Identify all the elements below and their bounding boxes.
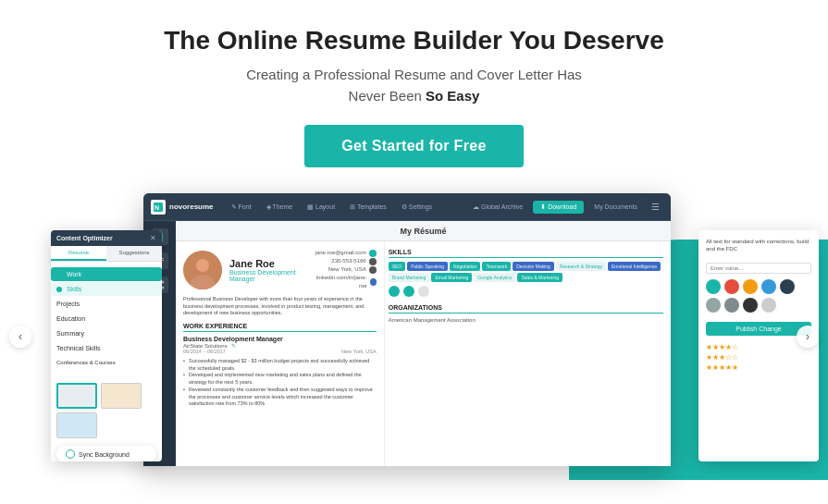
bullet-3: Reviewed constantly the customer feedbac… (183, 387, 377, 408)
swatch-gray[interactable] (706, 298, 721, 313)
resume-summary: Professional Business Developer with mor… (183, 296, 377, 317)
panel-nav-conferences[interactable]: Conferences & Courses (51, 356, 162, 369)
resume-work-title: Business Development Manager (183, 336, 377, 342)
nav-theme[interactable]: ◈ Theme (262, 203, 298, 211)
nav-dot (56, 272, 62, 277)
panel-nav-work[interactable]: Work (51, 267, 162, 281)
right-panel-text: All text for standard with corrections, … (706, 238, 811, 253)
hamburger-icon[interactable]: ☰ (648, 202, 663, 212)
right-panel-field (706, 257, 811, 274)
panel-nav-skills[interactable]: Skills (51, 282, 162, 296)
nav-settings[interactable]: ⚙ Settings (397, 203, 437, 211)
dashboard-content: My Résumé (143, 221, 671, 466)
contact-location: New York, USA (315, 265, 377, 274)
contact-linkedin: linkedin.com/in/jane-roe (315, 274, 377, 290)
skills-section-title: SKILLS (389, 249, 663, 258)
swatch-red[interactable] (724, 279, 739, 294)
swatch-orange[interactable] (743, 279, 758, 294)
content-optimizer-panel: Content Optimizer ✕ Resume Suggestions W… (51, 230, 162, 461)
resume-preview: My Résumé (176, 221, 671, 466)
swatch-teal[interactable] (706, 279, 721, 294)
bg-thumbnails (51, 379, 162, 442)
resume-title-bar: My Résumé (176, 221, 671, 241)
dashboard-window: N novoresume ✎ Font ◈ Theme ▦ Layout ⊞ T… (143, 193, 671, 466)
resume-avatar (183, 251, 222, 289)
location-icon (369, 266, 377, 274)
cta-button[interactable]: Get Started for Free (304, 125, 523, 167)
contact-phone: 230-553-5166 (315, 257, 377, 265)
rating-stars-3: ★★★★★ (706, 363, 811, 372)
hero-subtitle: Creating a Professional Resume and Cover… (19, 65, 809, 106)
resume-contact: jane.roe@gmail.com 230-553-5166 New York… (315, 249, 377, 290)
panel-nav-tech-skills[interactable]: Technical Skills (51, 341, 162, 355)
bg-thumb-2[interactable] (101, 383, 142, 409)
edit-icon[interactable]: ✎ (231, 343, 236, 349)
right-panel-input[interactable] (706, 263, 811, 274)
panel-nav-projects[interactable]: Projects (51, 297, 162, 311)
skill-decision: Decision Making (513, 262, 554, 271)
swatch-lightgray[interactable] (761, 298, 776, 313)
swatch-blue[interactable] (761, 279, 776, 294)
skill-brand: Brand Marketing (389, 273, 430, 282)
swatch-darkgray[interactable] (724, 298, 739, 313)
swatch-dark[interactable] (780, 279, 795, 294)
right-panel-desc: All text for standard with corrections, … (706, 238, 811, 253)
skill-sales: Sales & Marketing (517, 273, 562, 282)
skill-emotional: Emotional Intelligence (608, 262, 661, 271)
skill-seo: SEO (389, 262, 406, 271)
contact-email: jane.roe@gmail.com (315, 249, 377, 257)
skill-research: Research & Strategy (556, 262, 606, 271)
subtitle-line1: Creating a Professional Resume and Cover… (246, 67, 582, 82)
nav-mydocs[interactable]: My Documents (589, 201, 642, 213)
work-section-title: WORK EXPERIENCE (183, 323, 377, 332)
skill-negotiation: Negotiation (450, 262, 480, 271)
skill-email: Email Marketing (431, 273, 472, 282)
panel-title: Content Optimizer (56, 235, 113, 241)
resume-job-title: Business Development Manager (229, 269, 301, 282)
sync-bar[interactable]: Sync Background (56, 446, 156, 461)
nav-archive[interactable]: ☁ Global Archive (468, 203, 527, 211)
skill-public-speaking: Public Speaking (407, 262, 448, 271)
skill-analytics: Google Analytics (474, 273, 515, 282)
nav-layout[interactable]: ▦ Layout (303, 203, 340, 211)
svg-point-14 (196, 259, 209, 272)
swatch-black[interactable] (743, 298, 758, 313)
orgs-title: ORGANIZATIONS (389, 304, 663, 313)
logo-icon: N (151, 200, 166, 215)
resume-bullets: Successfully managed $2 - $3 million bud… (183, 358, 377, 408)
prev-arrow[interactable]: ‹ (9, 326, 31, 348)
panel-nav: Work Skills Projects Education Summary T… (51, 262, 162, 375)
resume-company: AirState Solutions ✎ (183, 342, 377, 349)
panel-close-icon[interactable]: ✕ (150, 234, 156, 242)
tab-suggestions[interactable]: Suggestions (106, 246, 162, 261)
resume-name: Jane Roe (229, 258, 301, 269)
org-name: American Management Association (389, 317, 663, 323)
tab-resume[interactable]: Resume (51, 246, 106, 261)
rating-stars: ★★★★☆ (706, 343, 811, 351)
nav-download[interactable]: ⬇ Download (533, 201, 584, 214)
phone-icon (369, 258, 377, 265)
bg-thumb-3[interactable] (56, 412, 97, 438)
sync-label: Sync Background (79, 451, 130, 458)
panel-header: Content Optimizer ✕ (51, 230, 162, 246)
preview-container: ‹ Content Optimizer ✕ Resume Suggestions… (0, 193, 828, 480)
logo-text: novoresume (169, 203, 214, 211)
next-arrow[interactable]: › (797, 326, 819, 348)
dot-1 (389, 286, 400, 297)
panel-nav-education[interactable]: Education (51, 312, 162, 326)
nav-templates[interactable]: ⊞ Templates (345, 203, 391, 211)
dot-2 (403, 286, 414, 297)
linkedin-icon (370, 278, 377, 286)
resume-meta: 06/2014 – 06/2017 New York, USA (183, 349, 377, 354)
svg-text:N: N (154, 204, 159, 211)
subtitle-line2: Never Been (349, 88, 426, 104)
resume-location: New York, USA (341, 349, 377, 354)
nav-font[interactable]: ✎ Font (227, 203, 256, 211)
resume-left-column: Jane Roe Business Development Manager ja… (176, 241, 384, 466)
bg-thumb-1[interactable] (56, 383, 97, 409)
panel-nav-summary[interactable]: Summary (51, 326, 162, 340)
right-panel-ratings: ★★★★☆ ★★★☆☆ ★★★★★ (706, 343, 811, 372)
color-swatches (706, 279, 811, 313)
publish-button[interactable]: Publish Change (706, 322, 811, 336)
resume-title: My Résumé (400, 227, 446, 236)
